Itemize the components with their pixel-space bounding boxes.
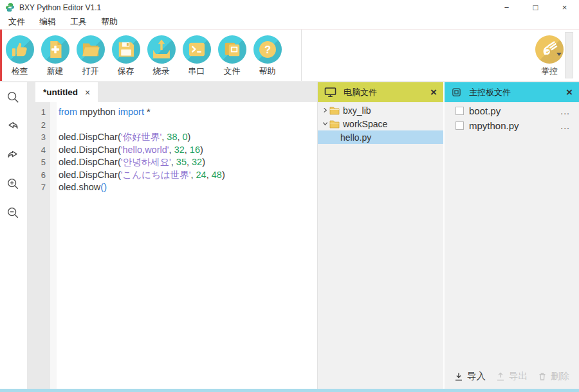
zoom-out-icon[interactable] [6, 206, 21, 221]
toolbar: 检查新建打开保存烧录串口文件?帮助 掌控 [0, 29, 579, 82]
undo-icon[interactable] [6, 119, 21, 134]
main-area: *untitled × 1234567 from mpython import … [0, 82, 579, 389]
line-number: 5 [27, 156, 46, 169]
device-button-label: 掌控 [541, 66, 558, 77]
tree-item-label: bxy_lib [343, 105, 371, 116]
file-checkbox[interactable] [455, 121, 464, 130]
board-file-mpython-py[interactable]: mpython.py... [445, 118, 579, 133]
computer-file-tree: bxy_libworkSpacehello.py [318, 102, 443, 389]
computer-panel-close-icon[interactable]: × [430, 87, 437, 98]
window-title: BXY Python Editor V1.1 [19, 3, 101, 12]
file-more-button[interactable]: ... [560, 121, 570, 131]
chip-icon [451, 87, 462, 98]
line-number: 6 [27, 169, 46, 182]
folder-icon [329, 106, 340, 115]
chevron-right-icon[interactable] [320, 107, 329, 113]
toolbar-button-new[interactable]: 新建 [37, 30, 73, 81]
board-file-label: mpython.py [469, 120, 519, 131]
toolbar-scrollbar[interactable] [565, 32, 573, 78]
search-icon[interactable] [6, 90, 21, 105]
computer-files-title: 电脑文件 [344, 87, 377, 98]
toolbar-button-files[interactable]: 文件 [214, 30, 250, 81]
code-line-7: oled.show() [59, 181, 317, 194]
title-bar: BXY Python Editor V1.1 − □ × [0, 0, 579, 15]
export-button[interactable]: 导出 [496, 370, 528, 382]
code-line-3: oled.DispChar('你好世界', 38, 0) [59, 131, 317, 144]
serial-terminal-icon [183, 35, 211, 64]
action-label: 导出 [509, 370, 528, 382]
toolbar-button-open[interactable]: 打开 [73, 30, 108, 81]
menu-item-edit[interactable]: 编辑 [32, 15, 63, 29]
line-number: 4 [27, 144, 46, 157]
maximize-button[interactable]: □ [521, 0, 550, 15]
toolbar-button-label: 保存 [118, 66, 134, 77]
computer-files-header: 电脑文件 × [318, 82, 443, 102]
board-panel-close-icon[interactable]: × [566, 87, 573, 98]
code-lines[interactable]: from mpython import * oled.DispChar('你好世… [57, 102, 317, 389]
hand-icon [535, 35, 564, 64]
file-checkbox[interactable] [455, 107, 464, 115]
toolbar-button-label: 烧录 [153, 66, 170, 77]
toolbar-button-help[interactable]: ?帮助 [250, 30, 285, 81]
folder-icon [329, 120, 340, 129]
computer-files-panel: 电脑文件 × bxy_libworkSpacehello.py [317, 82, 443, 389]
line-number-gutter: 1234567 [27, 102, 50, 389]
board-files-header: 主控板文件 × [445, 82, 579, 102]
menu-bar: 文件编辑工具帮助 [0, 15, 579, 29]
tree-item-label: hello.py [340, 132, 371, 143]
minimize-button[interactable]: − [492, 0, 521, 15]
help-icon: ? [253, 35, 282, 64]
board-file-list: boot.py...mpython.py... [445, 102, 579, 389]
toolbar-button-label: 文件 [224, 66, 241, 77]
toolbar-button-check[interactable]: 检查 [2, 30, 37, 81]
tab-close-icon[interactable]: × [85, 87, 90, 98]
toolbar-device-section: 掌控 [301, 30, 579, 81]
board-file-label: boot.py [469, 105, 501, 116]
menu-item-tools[interactable]: 工具 [63, 15, 94, 29]
tree-item-hello-py[interactable]: hello.py [318, 130, 443, 144]
window-bottom-edge [0, 389, 579, 392]
action-label: 导入 [467, 370, 486, 382]
gutter-fold-strip [50, 102, 57, 389]
editor-pane: *untitled × 1234567 from mpython import … [27, 82, 317, 389]
toolbar-button-label: 串口 [188, 66, 205, 77]
board-files-panel: 主控板文件 × boot.py...mpython.py... 导入导出删除 [445, 82, 579, 389]
toolbar-button-flash[interactable]: 烧录 [143, 30, 179, 81]
file-more-button[interactable]: ... [560, 106, 570, 116]
tree-item-bxy_lib[interactable]: bxy_lib [318, 103, 443, 117]
board-file-boot-py[interactable]: boot.py... [445, 103, 579, 118]
toolbar-button-serial[interactable]: 串口 [179, 30, 214, 81]
device-dropdown-arrow[interactable] [556, 53, 562, 56]
menu-item-help[interactable]: 帮助 [94, 15, 125, 29]
files-icon [218, 35, 246, 64]
import-button[interactable]: 导入 [454, 370, 486, 382]
close-button[interactable]: × [550, 0, 579, 15]
zoom-in-icon[interactable] [6, 177, 21, 192]
delete-button[interactable]: 删除 [538, 370, 569, 382]
toolbar-button-label: 帮助 [259, 66, 276, 77]
flash-upload-icon [147, 35, 176, 64]
toolbar-button-device[interactable]: 掌控 [535, 35, 564, 77]
line-number: 3 [27, 131, 46, 144]
toolbar-buttons: 检查新建打开保存烧录串口文件?帮助 [0, 30, 301, 81]
thumbs-up-icon [6, 35, 34, 64]
save-icon [112, 35, 140, 64]
chevron-down-icon[interactable] [320, 121, 329, 127]
menu-item-file[interactable]: 文件 [1, 15, 32, 29]
code-line-1: from mpython import * [59, 106, 317, 119]
new-file-icon [41, 35, 69, 64]
monitor-icon [324, 87, 336, 98]
redo-icon[interactable] [6, 148, 21, 163]
editor-sidebar [0, 82, 27, 389]
code-line-5: oled.DispChar('안녕하세요', 35, 32) [59, 156, 317, 169]
app-window: BXY Python Editor V1.1 − □ × 文件编辑工具帮助 检查… [0, 0, 579, 392]
line-number: 1 [27, 106, 46, 119]
delete-icon [538, 372, 549, 381]
svg-text:?: ? [264, 44, 270, 55]
tab-untitled[interactable]: *untitled × [35, 82, 98, 102]
import-icon [454, 372, 465, 381]
code-editor[interactable]: 1234567 from mpython import * oled.DispC… [27, 102, 317, 389]
tree-item-workSpace[interactable]: workSpace [318, 117, 443, 130]
board-files-title: 主控板文件 [469, 87, 511, 98]
toolbar-button-save[interactable]: 保存 [108, 30, 143, 81]
